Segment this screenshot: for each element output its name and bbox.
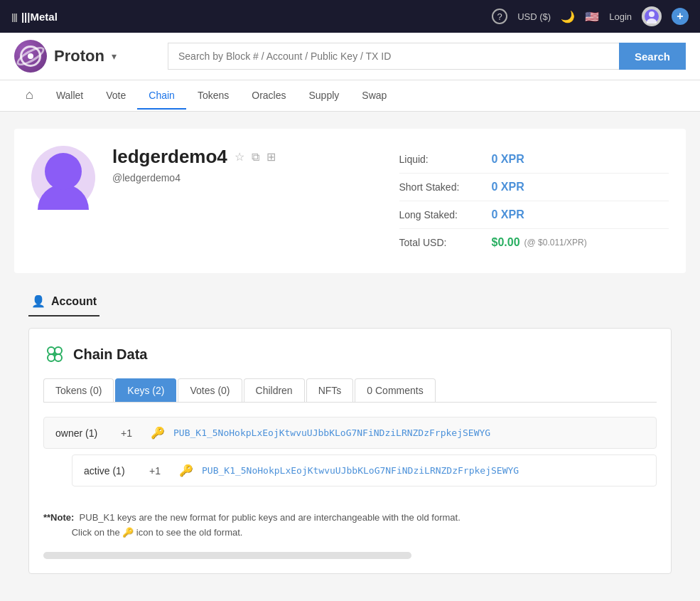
sub-tab-tokens[interactable]: Tokens (0)	[43, 378, 114, 402]
account-tab[interactable]: 👤 Account	[28, 287, 99, 317]
stat-short-staked: Short Staked: 0 XPR	[399, 174, 669, 201]
secondary-navbar: ⌂ Wallet Vote Chain Tokens Oracles Suppl…	[0, 80, 700, 112]
profile-name-row: ledgerdemo4 ☆ ⧉ ⊞	[112, 146, 382, 168]
key-owner-value[interactable]: PUB_K1_5NoHokpLxEojKtwvuUJbbKLoG7NFiNDzi…	[173, 427, 490, 438]
search-input[interactable]	[168, 43, 619, 70]
metal-brand: ||| |||Metal	[11, 11, 58, 23]
main-content: ledgerdemo4 ☆ ⧉ ⊞ @ledgerdemo4 Liquid: 0…	[0, 112, 700, 601]
currency-text[interactable]: USD ($)	[517, 11, 551, 22]
proton-logo	[14, 40, 47, 73]
stat-liquid-value: 0 XPR	[492, 153, 524, 166]
key-owner-threshold: +1	[121, 427, 142, 439]
chain-data-title: Chain Data	[73, 346, 147, 363]
profile-section: ledgerdemo4 ☆ ⧉ ⊞ @ledgerdemo4 Liquid: 0…	[14, 129, 686, 273]
stat-liquid-label: Liquid:	[399, 154, 492, 165]
stat-total-usd: Total USD: $0.00 (@ $0.011/XPR)	[399, 229, 669, 256]
profile-avatar	[31, 146, 95, 210]
stat-liquid: Liquid: 0 XPR	[399, 146, 669, 174]
nav-vote[interactable]: Vote	[95, 83, 137, 110]
key-row-active: active (1) +1 🔑 PUB_K1_5NoHokpLxEojKtwvu…	[72, 454, 657, 486]
svg-point-1	[649, 11, 655, 17]
key-active-value[interactable]: PUB_K1_5NoHokpLxEojKtwvuUJbbKLoG7NFiNDzi…	[202, 465, 519, 476]
nav-swap[interactable]: Swap	[350, 83, 398, 110]
brand-name: |||Metal	[21, 11, 58, 23]
nav-oracles[interactable]: Oracles	[240, 83, 297, 110]
chain-data-card: Chain Data Tokens (0) Keys (2) Votes (0)…	[28, 328, 672, 574]
proton-name: Proton	[54, 47, 104, 65]
nav-tokens[interactable]: Tokens	[186, 83, 240, 110]
chain-data-header: Chain Data	[43, 343, 657, 366]
language-flag-icon[interactable]: 🇺🇸	[585, 10, 599, 23]
stat-short-staked-label: Short Staked:	[399, 181, 492, 193]
key-active-icon[interactable]: 🔑	[179, 464, 193, 477]
sub-tab-comments[interactable]: 0 Comments	[355, 378, 435, 402]
stat-total-usd-value: $0.00	[492, 236, 520, 249]
user-avatar-icon[interactable]	[642, 6, 662, 26]
key-note-line1: **Note: PUB_K1 keys are the new format f…	[43, 511, 657, 526]
stat-total-usd-note: (@ $0.011/XPR)	[524, 238, 587, 248]
nav-home[interactable]: ⌂	[14, 80, 45, 111]
key-owner-name: owner (1)	[55, 427, 112, 439]
top-nav-actions: ? USD ($) 🌙 🇺🇸 Login +	[492, 6, 689, 26]
sub-tab-votes[interactable]: Votes (0)	[178, 378, 242, 402]
copy-icon[interactable]: ⧉	[252, 151, 259, 164]
nav-supply[interactable]: Supply	[297, 83, 350, 110]
account-tabs-section: 👤 Account	[14, 287, 686, 317]
key-note: **Note: PUB_K1 keys are the new format f…	[43, 511, 657, 541]
stat-long-staked-label: Long Staked:	[399, 209, 492, 220]
scrollbar[interactable]	[43, 552, 411, 559]
search-button[interactable]: Search	[619, 43, 686, 70]
key-active-threshold: +1	[149, 465, 171, 477]
account-tab-icon: 👤	[31, 294, 45, 308]
add-icon[interactable]: +	[672, 8, 689, 25]
home-icon: ⌂	[26, 87, 33, 102]
keys-container: owner (1) +1 🔑 PUB_K1_5NoHokpLxEojKtwvuU…	[43, 417, 657, 499]
proton-dropdown-icon[interactable]: ▾	[112, 50, 117, 62]
stats-section: Liquid: 0 XPR Short Staked: 0 XPR Long S…	[399, 146, 669, 256]
stat-long-staked: Long Staked: 0 XPR	[399, 201, 669, 229]
nav-chain[interactable]: Chain	[137, 83, 186, 110]
nav-wallet[interactable]: Wallet	[45, 83, 95, 110]
sub-tab-children[interactable]: Children	[244, 378, 305, 402]
svg-point-6	[55, 354, 62, 361]
profile-username: ledgerdemo4	[112, 146, 227, 168]
sub-tab-nfts[interactable]: NFTs	[306, 378, 354, 402]
chain-sub-tabs: Tokens (0) Keys (2) Votes (0) Children N…	[43, 378, 657, 403]
sub-tab-keys[interactable]: Keys (2)	[115, 378, 176, 402]
stat-total-usd-label: Total USD:	[399, 237, 492, 248]
profile-info: ledgerdemo4 ☆ ⧉ ⊞ @ledgerdemo4	[112, 146, 382, 184]
chain-data-icon	[43, 343, 66, 366]
key-icon[interactable]: 🔑	[151, 426, 165, 440]
login-button[interactable]: Login	[609, 11, 632, 22]
profile-handle: @ledgerdemo4	[112, 172, 382, 184]
svg-point-3	[48, 347, 55, 354]
stat-long-staked-value: 0 XPR	[492, 208, 524, 221]
favorite-icon[interactable]: ☆	[235, 150, 244, 164]
key-active-name: active (1)	[84, 465, 141, 477]
key-row-owner: owner (1) +1 🔑 PUB_K1_5NoHokpLxEojKtwvuU…	[43, 417, 657, 449]
help-icon[interactable]: ?	[492, 9, 507, 24]
svg-point-5	[48, 354, 55, 361]
header-bar: Proton ▾ Search	[0, 33, 700, 80]
key-note-line2: Click on the 🔑 icon to see the old forma…	[43, 526, 657, 541]
stat-short-staked-value: 0 XPR	[492, 181, 524, 193]
grid-icon[interactable]: ⊞	[266, 150, 276, 164]
search-area: Search	[168, 43, 686, 70]
top-navbar: ||| |||Metal ? USD ($) 🌙 🇺🇸 Login +	[0, 0, 700, 33]
dark-mode-icon[interactable]: 🌙	[561, 10, 575, 23]
bars-icon: |||	[11, 11, 17, 22]
proton-brand: Proton ▾	[14, 40, 156, 73]
account-tab-label: Account	[51, 295, 97, 308]
svg-point-4	[55, 347, 62, 354]
